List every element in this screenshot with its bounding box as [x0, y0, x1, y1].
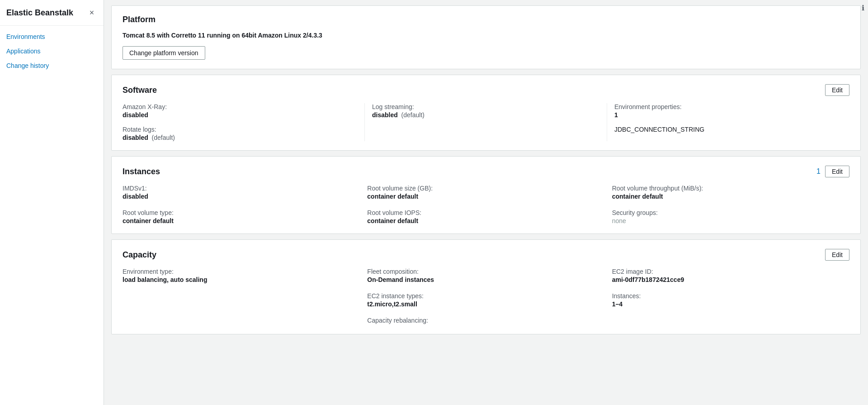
root-volume-size-label: Root volume size (GB):: [367, 185, 604, 192]
platform-section: Platform Tomcat 8.5 with Corretto 11 run…: [111, 5, 861, 69]
log-streaming-prop: Log streaming: disabled (default): [372, 103, 599, 119]
env-properties-label: Environment properties:: [614, 103, 842, 110]
capacity-section: Capacity Edit Environment type: load bal…: [111, 239, 861, 334]
xray-prop: Amazon X-Ray: disabled: [123, 103, 357, 119]
sidebar-item-change-history[interactable]: Change history: [0, 58, 104, 73]
root-volume-iops-value: container default: [367, 217, 604, 224]
rotate-logs-prop: Rotate logs: disabled (default): [123, 126, 357, 141]
sidebar-header: Elastic Beanstalk ×: [0, 0, 104, 26]
capacity-section-header: Capacity Edit: [123, 249, 849, 261]
xray-value: disabled: [123, 111, 357, 119]
ec2-image-id-label: EC2 image ID:: [612, 268, 849, 275]
software-section-header: Software Edit: [123, 84, 849, 96]
software-col-2: Log streaming: disabled (default): [365, 103, 607, 141]
instances-count-prop: Instances: 1–4: [612, 292, 849, 308]
fleet-composition-label: Fleet composition:: [367, 268, 604, 275]
instances-header-right: 1 Edit: [816, 166, 849, 177]
root-volume-type-label: Root volume type:: [123, 209, 360, 216]
fleet-composition-prop: Fleet composition: On-Demand instances: [367, 268, 604, 283]
log-streaming-value: disabled (default): [372, 111, 599, 119]
capacity-rebalancing-prop: Capacity rebalancing:: [367, 317, 604, 325]
instances-count-value: 1–4: [612, 300, 849, 308]
env-properties-value: 1: [614, 111, 842, 119]
software-col-3: Environment properties: 1 JDBC_CONNECTIO…: [607, 103, 849, 141]
instances-props-grid: IMDSv1: disabled Root volume size (GB): …: [123, 185, 849, 224]
ec2-instance-types-value: t2.micro,t2.small: [367, 300, 604, 308]
root-volume-type-value: container default: [123, 217, 360, 224]
log-streaming-label: Log streaming:: [372, 103, 599, 110]
software-section: Software Edit Amazon X-Ray: disabled Rot…: [111, 75, 861, 151]
info-icon: ℹ: [862, 4, 864, 12]
software-col-1: Amazon X-Ray: disabled Rotate logs: disa…: [123, 103, 365, 141]
sidebar-item-applications[interactable]: Applications: [0, 44, 104, 58]
instances-section: Instances 1 Edit IMDSv1: disabled Root v…: [111, 156, 861, 234]
imdsv1-value: disabled: [123, 193, 360, 200]
root-volume-iops-label: Root volume IOPS:: [367, 209, 604, 216]
ec2-image-id-prop: EC2 image ID: ami-0df77b1872421cce9: [612, 268, 849, 283]
env-properties-prop: Environment properties: 1: [614, 103, 842, 119]
platform-version-text: Tomcat 8.5 with Corretto 11 running on 6…: [123, 32, 849, 39]
sidebar-close-button[interactable]: ×: [86, 7, 97, 18]
ec2-instance-types-label: EC2 instance types:: [367, 292, 604, 300]
sidebar-item-environments[interactable]: Environments: [0, 29, 104, 44]
sidebar-title: Elastic Beanstalk: [6, 8, 73, 18]
change-platform-version-button[interactable]: Change platform version: [123, 46, 205, 60]
sidebar: Elastic Beanstalk × Environments Applica…: [0, 0, 104, 405]
platform-section-title: Platform: [123, 15, 156, 24]
env-type-prop: Environment type: load balancing, auto s…: [123, 268, 360, 283]
software-edit-button[interactable]: Edit: [825, 84, 849, 96]
platform-section-header: Platform: [123, 15, 849, 24]
xray-label: Amazon X-Ray:: [123, 103, 357, 110]
capacity-section-title: Capacity: [123, 250, 156, 260]
instances-edit-button[interactable]: Edit: [825, 166, 849, 177]
security-groups-prop: Security groups: none: [612, 209, 849, 224]
root-volume-size-prop: Root volume size (GB): container default: [367, 185, 604, 200]
rotate-logs-label: Rotate logs:: [123, 126, 357, 133]
software-section-title: Software: [123, 86, 157, 95]
env-properties-name: JDBC_CONNECTION_STRING: [614, 126, 842, 133]
root-volume-iops-prop: Root volume IOPS: container default: [367, 209, 604, 224]
instances-section-title: Instances: [123, 167, 160, 176]
jdbc-connection-string: JDBC_CONNECTION_STRING: [614, 126, 842, 133]
security-groups-label: Security groups:: [612, 209, 849, 216]
sidebar-nav: Environments Applications Change history: [0, 26, 104, 76]
capacity-rebalancing-label: Capacity rebalancing:: [367, 317, 604, 324]
root-volume-throughput-value: container default: [612, 193, 849, 200]
software-properties-grid: Amazon X-Ray: disabled Rotate logs: disa…: [123, 103, 849, 141]
root-volume-throughput-label: Root volume throughput (MiB/s):: [612, 185, 849, 192]
env-type-value: load balancing, auto scaling: [123, 276, 360, 283]
imdsv1-prop: IMDSv1: disabled: [123, 185, 360, 200]
root-volume-throughput-prop: Root volume throughput (MiB/s): containe…: [612, 185, 849, 200]
env-type-label: Environment type:: [123, 268, 360, 275]
capacity-edit-button[interactable]: Edit: [825, 249, 849, 261]
ec2-image-id-value: ami-0df77b1872421cce9: [612, 276, 849, 283]
imdsv1-label: IMDSv1:: [123, 185, 360, 192]
capacity-props-grid: Environment type: load balancing, auto s…: [123, 268, 849, 325]
main-content: ℹ Platform Tomcat 8.5 with Corretto 11 r…: [104, 0, 868, 405]
fleet-composition-value: On-Demand instances: [367, 276, 604, 283]
instances-count-label: Instances:: [612, 292, 849, 300]
root-volume-size-value: container default: [367, 193, 604, 200]
root-volume-type-prop: Root volume type: container default: [123, 209, 360, 224]
rotate-logs-value: disabled (default): [123, 134, 357, 141]
ec2-instance-types-prop: EC2 instance types: t2.micro,t2.small: [367, 292, 604, 308]
instances-section-header: Instances 1 Edit: [123, 166, 849, 177]
security-groups-value: none: [612, 217, 849, 224]
instances-badge: 1: [816, 167, 821, 176]
